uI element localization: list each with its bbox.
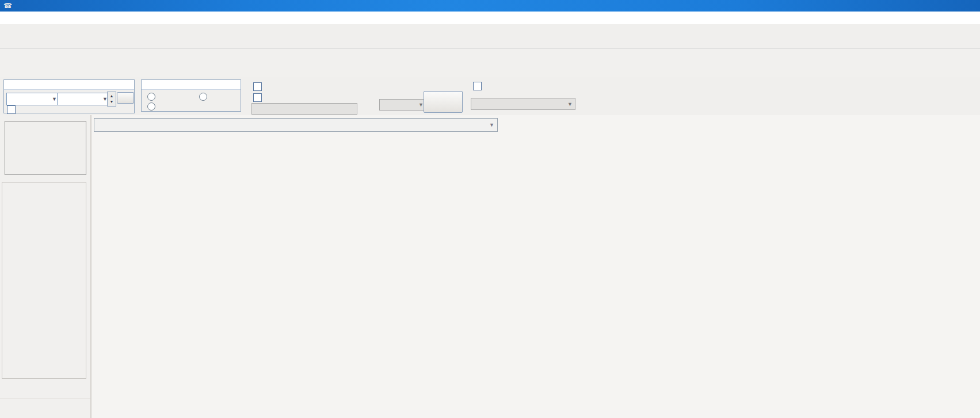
- bottom-divider: [0, 398, 90, 398]
- content-background: [91, 115, 980, 418]
- ambos-radio[interactable]: [199, 93, 207, 101]
- sidebar-button-group: [2, 182, 86, 379]
- all-units-checkbox[interactable]: [473, 82, 482, 90]
- sub-tab-strip: [0, 62, 980, 78]
- radio-atendidos-row: [147, 102, 158, 111]
- today-button[interactable]: [117, 92, 134, 104]
- spin-down-icon[interactable]: ▼: [110, 99, 114, 105]
- unit-combo[interactable]: ▼: [471, 98, 575, 110]
- toolbar: [0, 24, 980, 49]
- all-consults-checkbox-row: [253, 93, 265, 102]
- patients-panel: [141, 79, 241, 112]
- patients-panel-title: [142, 80, 241, 90]
- all-units-row: [473, 82, 485, 90]
- sidebar-divider: [90, 115, 91, 418]
- all-consults-checkbox[interactable]: [253, 93, 262, 102]
- date-spinner[interactable]: ▲▼: [107, 92, 116, 107]
- menu-bar: [0, 12, 980, 25]
- chevron-down-icon[interactable]: ▼: [567, 101, 573, 107]
- date-panel: ▼ ▼ ▲▼: [3, 79, 135, 113]
- atendidos-radio[interactable]: [147, 102, 155, 111]
- last6h-checkbox[interactable]: [7, 105, 16, 114]
- promedico-app-window: ☎ ▼ ▼ ▲▼: [0, 0, 980, 418]
- date-from-input[interactable]: ▼: [6, 93, 59, 105]
- chevron-down-icon[interactable]: ▼: [52, 96, 57, 102]
- consults-mode-combo[interactable]: [251, 103, 357, 115]
- spin-up-icon[interactable]: ▲: [110, 93, 114, 99]
- radio-a-atender-row: [147, 93, 158, 101]
- date-to-input[interactable]: ▼: [57, 93, 110, 105]
- last6h-row: [7, 105, 18, 114]
- triage-checkbox-row: [253, 82, 265, 91]
- filter-bar: ▼ ▼ ▲▼: [0, 77, 980, 115]
- triage-only-checkbox[interactable]: [253, 82, 262, 91]
- chevron-down-icon[interactable]: ▼: [418, 102, 424, 108]
- results-filter-input[interactable]: ▼: [94, 118, 498, 132]
- main-tab-strip: [0, 48, 980, 62]
- chevron-down-icon[interactable]: ▼: [489, 122, 494, 128]
- app-logo-icon: ☎: [3, 2, 12, 10]
- radio-ambos-row: [199, 93, 210, 101]
- qtde-pacientes-button[interactable]: [424, 91, 463, 113]
- date-panel-title: [4, 80, 134, 90]
- patient-photo-box: [5, 121, 86, 175]
- count-filter-combo[interactable]: ▼: [379, 99, 426, 111]
- title-bar: ☎: [0, 0, 980, 12]
- a-atender-radio[interactable]: [147, 93, 155, 101]
